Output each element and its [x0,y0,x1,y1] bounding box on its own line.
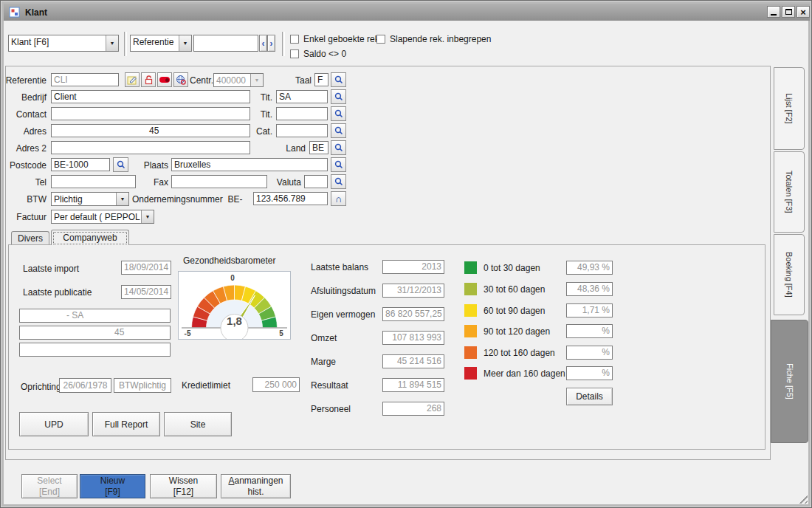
land-label: Land [279,143,306,154]
tab-boeking[interactable]: Boeking [F4] [774,234,805,315]
tit2-lookup-button[interactable] [331,106,346,121]
checkbox-slapende[interactable] [376,35,385,44]
contact-input[interactable] [51,107,250,120]
close-button[interactable]: × [796,6,810,18]
search-field-combo-value: Referentie [131,35,179,51]
select-button[interactable]: Select [End] [21,474,78,498]
lock-icon [144,75,154,85]
marge-label: Marge [311,357,336,367]
tel-input[interactable] [51,175,136,188]
details-button[interactable]: Details [566,388,613,405]
ondernemingsnummer-label: Ondernemingsnummer BE- [132,194,242,205]
checkbox-enkel-geboekte-label: Enkel geboekte rek. [303,34,382,44]
tab-companyweb[interactable]: Companyweb [51,230,129,245]
maximize-button[interactable] [782,6,795,18]
resultaat-input: 11 894 515 [382,378,444,392]
toggle-button[interactable] [157,72,172,87]
aging-swatch [464,367,477,380]
mode-combo[interactable]: Klant [F6] ▼ [8,35,119,52]
cat-input[interactable] [276,124,328,137]
adres-input[interactable]: Boulevard 45 [51,124,250,137]
adres-number: 45 [149,126,159,136]
bedrijf-input[interactable]: Client [51,90,250,103]
valuta-input[interactable] [304,175,328,188]
window-title: Klant [25,7,47,18]
ondernemingsnummer-input[interactable]: 123.456.789 [253,192,328,205]
tit1-lookup-button[interactable] [331,89,346,104]
nieuw-button[interactable]: Nieuw [F9] [80,474,145,498]
land-input[interactable]: BE [309,141,328,154]
factuur-combo-value: Per default ( PEPPOL V3 [52,210,141,223]
minimize-icon [771,14,777,16]
search-icon [334,126,343,135]
search-icon [117,160,125,169]
checkbox-enkel-geboekte[interactable] [290,35,299,44]
svg-text:1,8: 1,8 [227,315,242,327]
intersect-icon: ∩ [335,193,342,205]
postcode-label: Postcode [2,160,47,171]
factuur-combo[interactable]: Per default ( PEPPOL V3 ▼ [51,210,154,224]
next-record-button[interactable]: › [267,35,275,52]
resize-grip[interactable] [797,493,808,504]
adres2-input[interactable] [51,141,250,154]
edit-button[interactable] [125,72,140,87]
afsluitingsdatum-label: Afsluitingsdatum [311,286,376,296]
edit-icon [127,75,137,85]
land-lookup-button[interactable] [331,140,346,155]
minimize-button[interactable] [767,6,780,18]
taal-lookup-button[interactable] [331,72,346,87]
tab-fiche[interactable]: Fiche [F5] [771,320,808,443]
aging-swatch [464,346,477,359]
kredietlimiet-input: 250 000 [252,377,300,392]
lock-button[interactable] [141,72,156,87]
aging-swatch [464,261,477,274]
cat-lookup-button[interactable] [331,123,346,138]
checkbox-saldo[interactable] [290,49,299,58]
factuur-label: Factuur [2,212,47,222]
referentie-input[interactable]: CLI [51,73,119,86]
web-lookup-button[interactable] [173,72,188,87]
ondernemingsnummer-lookup-button[interactable]: ∩ [331,191,346,206]
laatste-import-label: Laatste import [23,264,79,274]
tab-divers[interactable]: Divers [11,231,49,245]
fax-input[interactable] [171,175,267,188]
site-button[interactable]: Site [164,412,232,436]
plaats-input[interactable]: Bruxelles [171,158,328,171]
search-field-combo-arrow-icon: ▼ [179,35,191,51]
centr-combo[interactable]: 400000 ▼ [213,73,264,87]
tit1-input[interactable]: SA [276,90,328,103]
omzet-label: Omzet [311,333,337,343]
bedrijf-label: Bedrijf [2,92,47,103]
aging-label: 0 tot 30 dagen [484,263,540,273]
cw-city-line: 1000 - Bruxelles [19,343,171,357]
tit2-label: Tit. [244,109,272,120]
cat-label: Cat. [244,126,272,137]
aanmaningen-hist-button[interactable]: Aanmaningen hist. [221,474,291,498]
taal-input[interactable]: F [314,73,328,86]
search-field-combo[interactable]: Referentie ▼ [130,35,192,52]
search-icon [334,92,343,101]
tit2-input[interactable] [276,107,328,120]
valuta-lookup-button[interactable] [331,174,346,189]
wissen-button[interactable]: Wissen [F12] [150,474,217,498]
previous-record-button[interactable]: ‹ [259,35,267,52]
globe-search-icon [176,75,187,86]
aging-swatch [464,325,477,337]
separator [282,32,285,56]
resultaat-label: Resultaat [311,380,348,391]
btw-combo[interactable]: Plichtig ▼ [51,192,129,206]
postcode-input[interactable]: BE-1000 [51,158,110,171]
search-input[interactable]: CLI [193,35,258,52]
oprichting-label: Oprichting [21,382,61,392]
upd-button[interactable]: UPD [19,412,89,436]
postcode-lookup-button[interactable] [113,157,128,172]
plaats-lookup-button[interactable] [331,157,346,172]
fax-label: Fax [142,177,168,188]
barometer-title: Gezondheidsbarometer [183,255,275,266]
health-gauge: 1,8-550 [179,272,290,339]
checkbox-saldo-label: Saldo <> 0 [303,49,346,59]
tab-totalen[interactable]: Totalen [F3] [774,151,805,233]
ondernemingsnummer-prefix: BE- [227,194,242,205]
full-report-button[interactable]: Full Report [92,412,160,436]
tab-lijst[interactable]: Lijst [F2] [774,67,805,150]
